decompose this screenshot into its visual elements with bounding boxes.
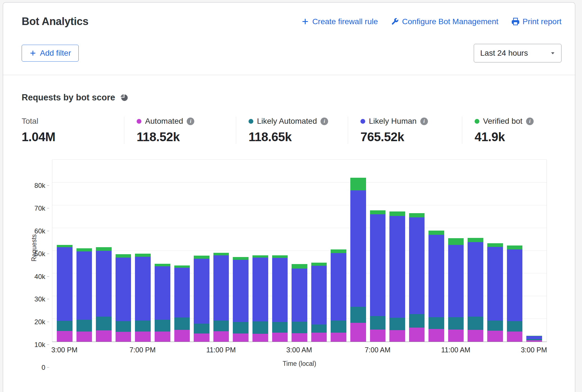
stat-likely-human-value: 765.52k	[360, 130, 456, 144]
y-tick-label: 60k	[34, 227, 45, 235]
requests-chart: Requests 010k20k30k40k50k60k70k80k 3:00 …	[22, 160, 563, 368]
y-tick-mark	[47, 231, 49, 231]
bar-segment-likely-automated	[507, 321, 523, 331]
bar[interactable]	[331, 249, 346, 342]
bar-segment-automated	[370, 330, 386, 342]
y-tick-mark	[47, 367, 49, 368]
bars[interactable]	[52, 160, 547, 342]
bar[interactable]	[428, 231, 444, 342]
bar-segment-likely-automated	[487, 321, 503, 331]
bar-segment-likely-automated	[57, 321, 73, 331]
bar-segment-verified-bot	[311, 263, 327, 266]
bar[interactable]	[448, 238, 464, 342]
stat-likely-human: Likely Human i 765.52k	[348, 117, 462, 144]
bar-segment-likely-human	[468, 242, 483, 317]
likely-automated-legend-dot	[249, 119, 253, 124]
stat-verified-bot-value: 41.9k	[475, 130, 557, 144]
bar[interactable]	[487, 243, 503, 342]
bar-segment-automated	[331, 333, 346, 342]
y-axis-ticks: 010k20k30k40k50k60k70k80k	[22, 160, 50, 368]
bar[interactable]	[311, 263, 327, 342]
bar-segment-automated	[428, 329, 444, 342]
bar-segment-automated	[116, 332, 131, 342]
bar-segment-automated	[252, 334, 268, 342]
stat-likely-human-label: Likely Human	[369, 117, 417, 126]
likely-human-legend-dot	[360, 119, 365, 124]
y-tick-label: 30k	[34, 295, 45, 303]
bar[interactable]	[213, 253, 229, 342]
x-tick-label: 7:00 AM	[365, 346, 391, 354]
bar[interactable]	[526, 336, 542, 342]
info-icon[interactable]: i	[321, 118, 328, 125]
bar-segment-verified-bot	[174, 265, 190, 268]
bar-segment-likely-automated	[252, 321, 268, 334]
bar-segment-likely-automated	[116, 321, 131, 332]
x-tick-label: 7:00 PM	[129, 346, 155, 354]
bar-segment-likely-human	[292, 269, 307, 322]
stat-verified-bot: Verified bot i 41.9k	[462, 117, 563, 144]
bar-segment-likely-human	[135, 257, 151, 320]
bar[interactable]	[292, 264, 307, 342]
bar-segment-likely-automated	[135, 321, 151, 332]
bar-segment-automated	[96, 330, 112, 342]
bar-segment-likely-automated	[370, 316, 386, 330]
bar-segment-likely-automated	[272, 322, 288, 333]
y-tick-label: 10k	[34, 341, 45, 349]
bar-segment-automated	[213, 331, 229, 342]
bar[interactable]	[389, 211, 405, 342]
stats-row: Total 1.04M Automated i 118.52k Likely A…	[22, 117, 563, 144]
bar-segment-likely-automated	[155, 320, 170, 332]
bar[interactable]	[116, 254, 131, 342]
print-report-link[interactable]: Print report	[511, 17, 562, 26]
info-icon[interactable]: i	[526, 118, 534, 125]
bar-segment-likely-automated	[213, 321, 229, 331]
bar[interactable]	[252, 255, 268, 342]
add-filter-button[interactable]: Add filter	[22, 45, 79, 62]
bar[interactable]	[96, 247, 112, 342]
bar[interactable]	[350, 178, 366, 342]
bar[interactable]	[76, 248, 92, 342]
printer-icon	[511, 17, 520, 26]
print-report-label: Print report	[523, 17, 562, 26]
stat-likely-automated-value: 118.65k	[249, 130, 342, 144]
bar-segment-likely-human	[409, 217, 425, 314]
bar-segment-likely-automated	[428, 317, 444, 329]
bar-segment-likely-human	[389, 216, 405, 318]
bar[interactable]	[194, 256, 209, 342]
plus-icon	[301, 17, 309, 26]
info-icon[interactable]: i	[420, 118, 428, 125]
stat-automated: Automated i 118.52k	[124, 117, 236, 144]
bar[interactable]	[174, 265, 190, 342]
bar[interactable]	[57, 245, 73, 342]
y-tick-label: 70k	[34, 204, 45, 212]
bar-segment-automated	[468, 330, 483, 342]
page-title: Bot Analytics	[22, 15, 89, 28]
bar[interactable]	[507, 245, 523, 342]
create-firewall-rule-link[interactable]: Create firewall rule	[301, 17, 378, 26]
bot-analytics-panel: Bot Analytics Create firewall rule Confi…	[3, 2, 575, 392]
bar-segment-automated	[389, 330, 405, 342]
bar[interactable]	[409, 213, 425, 342]
bar[interactable]	[370, 210, 386, 342]
info-icon[interactable]: i	[187, 118, 194, 125]
bar-segment-automated	[487, 331, 503, 342]
bar[interactable]	[155, 264, 170, 342]
bar[interactable]	[233, 257, 249, 342]
bar-segment-verified-bot	[507, 245, 523, 250]
bar-segment-automated	[57, 331, 73, 342]
y-tick-label: 40k	[34, 273, 45, 281]
time-range-select[interactable]: Last 24 hours	[474, 44, 561, 62]
bar[interactable]	[272, 255, 288, 342]
configure-bot-management-link[interactable]: Configure Bot Management	[391, 17, 498, 26]
bar[interactable]	[135, 254, 151, 342]
stat-automated-value: 118.52k	[137, 130, 230, 144]
bar-segment-automated	[409, 328, 425, 342]
y-tick-mark	[47, 299, 49, 299]
x-tick-label: 11:00 PM	[206, 346, 236, 354]
bar[interactable]	[468, 238, 483, 342]
bar-segment-automated	[194, 334, 209, 342]
x-tick-label: 3:00 PM	[521, 346, 547, 354]
time-range-value: Last 24 hours	[480, 49, 528, 58]
bar-segment-likely-human	[76, 251, 92, 320]
bar-segment-likely-automated	[174, 317, 190, 330]
